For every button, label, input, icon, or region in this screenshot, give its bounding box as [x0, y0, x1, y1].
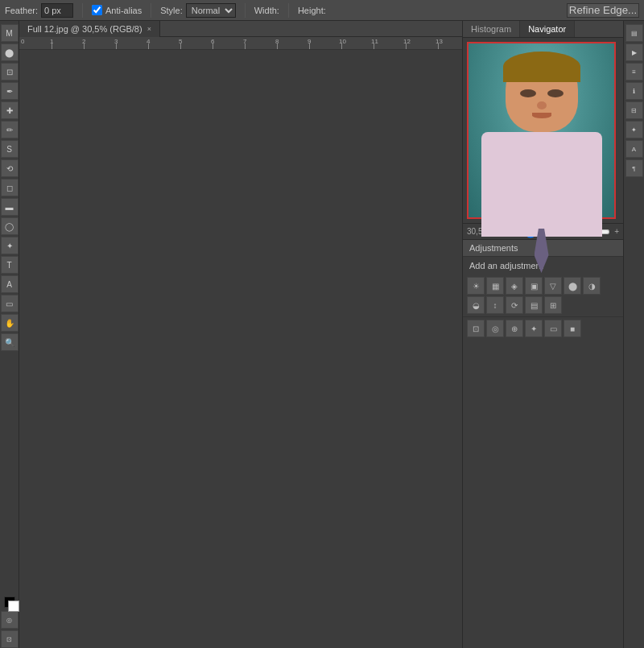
antialias-label: Anti-alias: [105, 6, 142, 15]
adj-color-lookup[interactable]: ▭: [544, 320, 562, 337]
ruler-h-tick-0: 0: [21, 38, 24, 45]
height-label: Height:: [298, 6, 326, 15]
panel-tabs: Histogram Navigator: [463, 21, 623, 38]
tool-gradient[interactable]: ▬: [1, 198, 19, 216]
nav-mouth: [532, 113, 551, 118]
refine-edge-button[interactable]: Refine Edge...: [567, 3, 639, 18]
adj-threshold[interactable]: ⊡: [467, 320, 485, 337]
file-tab-name: Full 12.jpg @ 30,5% (RGB/8): [27, 24, 142, 34]
tab-histogram[interactable]: Histogram: [463, 21, 520, 37]
ruler-h-label-10: 10: [339, 38, 346, 45]
file-tab[interactable]: Full 12.jpg @ 30,5% (RGB/8) ×: [19, 21, 160, 37]
adjustments-row-2: ⊡ ◎ ⊕ ✦ ▭ ■: [463, 316, 623, 340]
nav-eye-right: [547, 89, 564, 97]
toolbar-group-height: Height:: [298, 6, 326, 15]
screen-mode[interactable]: ⊡: [1, 630, 19, 648]
nav-eye-left: [520, 89, 536, 97]
feather-label: Feather:: [5, 6, 38, 15]
ruler-h-label-8: 8: [275, 38, 279, 45]
ruler-h-label-3: 3: [114, 38, 118, 45]
ruler-h-label-6: 6: [211, 38, 214, 45]
tool-crop[interactable]: ⊡: [1, 63, 19, 80]
tool-stamp[interactable]: S: [1, 140, 19, 158]
nav-portrait-bg: [469, 43, 614, 217]
ruler-h-label-9: 9: [308, 38, 311, 45]
adj-solid-color[interactable]: ■: [564, 320, 581, 337]
canvas-with-ruler: 0 1 2 3 4 5 6 7 8: [19, 37, 462, 50]
tool-pen[interactable]: ✦: [1, 237, 19, 254]
tool-dodge[interactable]: ◯: [1, 217, 19, 235]
ruler-h-label-1: 1: [50, 38, 53, 45]
right-panel: Histogram Navigator: [462, 21, 623, 648]
quick-mask[interactable]: ◎: [1, 611, 19, 629]
adj-invert[interactable]: ⊕: [506, 320, 523, 337]
tool-history[interactable]: ⟲: [1, 159, 19, 177]
style-select[interactable]: Normal: [186, 3, 236, 18]
nav-boy-body: [481, 132, 602, 237]
adj-curves[interactable]: ◈: [506, 277, 523, 295]
tab-navigator[interactable]: Navigator: [520, 21, 575, 37]
right-tool-7[interactable]: A: [625, 140, 643, 158]
ruler-h-label-11: 11: [371, 38, 378, 45]
antialias-checkbox[interactable]: [92, 5, 102, 15]
tool-path[interactable]: A: [1, 275, 19, 293]
tool-eyedropper[interactable]: ✒: [1, 82, 19, 100]
toolbar-separator-4: [288, 3, 289, 18]
top-toolbar: Feather: Anti-alias Style: Normal Width:…: [0, 0, 644, 21]
left-toolbar: M ⬤ ⊡ ✒ ✚ ✏ S ⟲ ◻ ▬ ◯ ✦ T A ▭ ✋ 🔍 ◎ ⊡: [0, 21, 19, 648]
adj-channel-mixer[interactable]: ▤: [525, 296, 543, 314]
ruler-h-marks: 0 1 2 3 4 5 6 7 8: [19, 37, 462, 50]
right-tool-8[interactable]: ¶: [625, 159, 643, 177]
ruler-horizontal: 0 1 2 3 4 5 6 7 8: [19, 37, 462, 50]
adjustments-panel: Adjustments Add an adjustment ☀ ▦ ◈ ▣ ▽ …: [463, 239, 623, 648]
tool-eraser[interactable]: ◻: [1, 179, 19, 196]
adj-saturation[interactable]: ◑: [583, 277, 601, 295]
foreground-color[interactable]: [4, 596, 15, 608]
right-tool-1[interactable]: ▤: [625, 24, 643, 42]
tool-brush[interactable]: ✏: [1, 121, 19, 138]
right-tool-6[interactable]: ✦: [625, 121, 643, 138]
ruler-h-label-13: 13: [436, 38, 443, 45]
toolbar-group-style: Style: Normal: [160, 3, 236, 18]
toolbar-separator-3: [245, 3, 246, 18]
feather-input[interactable]: [41, 3, 73, 18]
ruler-h-label-7: 7: [243, 38, 246, 45]
adjustment-icons: ☀ ▦ ◈ ▣ ▽ ⬤ ◑ ◒ ↕ ⟳ ▤ ⊞: [463, 274, 623, 316]
tab-bar: Full 12.jpg @ 30,5% (RGB/8) ×: [19, 21, 462, 37]
adj-gradient-map[interactable]: ▽: [544, 277, 562, 295]
main-area: M ⬤ ⊡ ✒ ✚ ✏ S ⟲ ◻ ▬ ◯ ✦ T A ▭ ✋ 🔍 ◎ ⊡ Fu…: [0, 21, 644, 648]
tool-type[interactable]: T: [1, 256, 19, 274]
nav-boy-hair: [503, 52, 580, 82]
right-tool-3[interactable]: ≡: [625, 63, 643, 80]
adj-posterize[interactable]: ⊞: [544, 296, 562, 314]
navigator-thumbnail: [467, 42, 616, 219]
toolbar-separator-2: [151, 3, 151, 18]
adj-hue[interactable]: ⬤: [564, 277, 581, 295]
ruler-h-label-2: 2: [82, 38, 85, 45]
nav-boy-head: [506, 56, 578, 132]
tool-heal[interactable]: ✚: [1, 101, 19, 119]
adjustments-title: Adjustments: [469, 243, 518, 253]
navigator-panel: [463, 38, 623, 223]
adj-photo-filter[interactable]: ⟳: [506, 296, 523, 314]
adj-brightness[interactable]: ☀: [467, 277, 485, 295]
tool-zoom[interactable]: 🔍: [1, 333, 19, 351]
adj-exposure[interactable]: ▣: [525, 277, 543, 295]
adj-vibrance[interactable]: ✦: [525, 320, 543, 337]
toolbar-separator-1: [82, 3, 83, 18]
right-tool-5[interactable]: ⊟: [625, 101, 643, 119]
right-tool-4[interactable]: ℹ: [625, 82, 643, 100]
tool-select[interactable]: M: [1, 24, 19, 42]
adj-selective-color[interactable]: ◎: [486, 320, 504, 337]
adj-levels[interactable]: ▦: [486, 277, 504, 295]
tool-shape[interactable]: ▭: [1, 295, 19, 312]
toolbar-group-antialias: Anti-alias: [92, 5, 142, 15]
adj-black-white[interactable]: ↕: [486, 296, 504, 314]
right-tool-2[interactable]: ▶: [625, 43, 643, 61]
tool-lasso[interactable]: ⬤: [1, 43, 19, 61]
toolbar-group-feather: Feather:: [5, 3, 73, 18]
nav-nose: [537, 101, 547, 109]
adj-color-balance[interactable]: ◒: [467, 296, 485, 314]
tool-hand[interactable]: ✋: [1, 314, 19, 332]
tab-close-btn[interactable]: ×: [147, 25, 151, 33]
